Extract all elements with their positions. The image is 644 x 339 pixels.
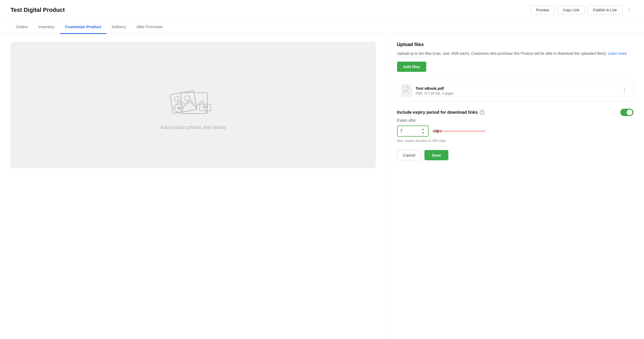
action-buttons: Cancel Save <box>397 150 633 160</box>
svg-text:GIF: GIF <box>202 104 209 109</box>
stepper-buttons: ▲ ▼ <box>421 128 425 134</box>
help-icon[interactable]: ? <box>480 110 484 115</box>
tab-delivery[interactable]: Delivery <box>106 20 131 34</box>
more-options-icon[interactable]: ⋮ <box>625 6 633 14</box>
stepper-down-button[interactable]: ▼ <box>421 131 425 134</box>
header-actions: Preview Copy Link Publish to Live ⋮ <box>531 5 633 15</box>
tab-after-purchase[interactable]: After Purchase <box>131 20 168 34</box>
page-title: Test Digital Product <box>11 7 65 13</box>
expire-days-input-wrapper: ▲ ▼ <box>397 126 429 137</box>
expiry-section: Include expiry period for download links… <box>397 109 633 143</box>
file-info: Test eBook.pdf PDF, 277.69 KB, 2 pages <box>416 86 616 95</box>
file-more-options-icon[interactable]: ⋮ <box>620 86 629 95</box>
placeholder-label: Add product photos and videos <box>160 125 226 130</box>
main-content: GIF Add product photos and videos Upload… <box>0 34 644 339</box>
tab-inventory[interactable]: Inventory <box>33 20 60 34</box>
expiry-label: Include expiry period for download links… <box>397 110 485 115</box>
stepper-up-button[interactable]: ▲ <box>421 128 425 131</box>
file-name: Test eBook.pdf <box>416 86 616 91</box>
expiry-toggle[interactable] <box>620 109 633 116</box>
expire-days-input[interactable] <box>400 129 413 133</box>
upload-files-section: Upload files Upload up to ten files (max… <box>397 42 633 80</box>
copy-link-button[interactable]: Copy Link <box>557 5 585 15</box>
right-panel: Upload files Upload up to ten files (max… <box>387 34 644 339</box>
toggle-slider <box>620 109 633 116</box>
media-placeholder-icon: GIF <box>167 80 219 119</box>
expire-input-row: ▲ ▼ days <box>397 126 633 137</box>
learn-more-link[interactable]: Learn more <box>608 51 627 56</box>
tab-orders[interactable]: Orders <box>11 20 33 34</box>
upload-files-title: Upload files <box>397 42 633 47</box>
file-card: Test eBook.pdf PDF, 277.69 KB, 2 pages ⋮ <box>397 80 633 101</box>
tab-bar: Orders Inventory Customize Product Deliv… <box>0 20 644 34</box>
tab-customize-product[interactable]: Customize Product <box>60 20 107 34</box>
file-meta: PDF, 277.69 KB, 2 pages <box>416 91 616 95</box>
publish-button[interactable]: Publish to Live <box>587 5 622 15</box>
arrow-line <box>438 131 486 131</box>
save-button[interactable]: Save <box>424 150 448 160</box>
arrow-indicator <box>435 129 486 133</box>
cancel-button[interactable]: Cancel <box>397 150 422 160</box>
svg-rect-0 <box>170 91 197 113</box>
file-type-icon <box>402 84 412 97</box>
expiry-header: Include expiry period for download links… <box>397 109 633 116</box>
image-upload-area[interactable]: GIF Add product photos and videos <box>11 42 376 168</box>
add-files-button[interactable]: Add files <box>397 62 426 72</box>
expire-after-label: Expire after <box>397 118 633 122</box>
max-expiry-note: Max. expiry duration is 365 days <box>397 139 633 143</box>
left-panel: GIF Add product photos and videos <box>0 34 387 339</box>
page-header: Test Digital Product Preview Copy Link P… <box>0 0 644 20</box>
upload-files-description: Upload up to ten files (max. size: 5GB e… <box>397 51 633 56</box>
svg-point-3 <box>185 96 190 101</box>
preview-button[interactable]: Preview <box>531 5 555 15</box>
svg-point-1 <box>174 96 180 102</box>
arrow-head-icon <box>435 129 438 133</box>
